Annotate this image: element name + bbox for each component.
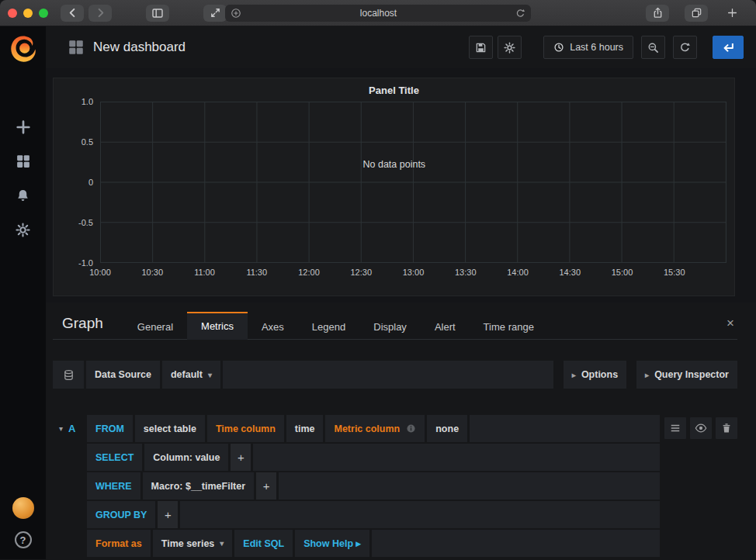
dashboard-area: Panel Title 1.0 0.5 0 -0.5 -1.0 No data …	[46, 68, 756, 302]
url-text: localhost	[241, 8, 515, 19]
edit-sql-button[interactable]: Edit SQL	[234, 530, 293, 557]
select-column-part[interactable]: Column: value	[144, 444, 228, 471]
metric-column-label[interactable]: Metric column	[325, 415, 425, 442]
add-where-part-button[interactable]: +	[256, 472, 276, 500]
show-help-button[interactable]: Show Help ▸	[295, 530, 369, 557]
tab-alert[interactable]: Alert	[421, 313, 470, 340]
x-axis-labels: 10:00 10:30 11:00 11:30 12:00 12:30 13:0…	[100, 263, 727, 282]
dashboard-navbar: New dashboard Last 6 hours	[46, 26, 756, 68]
collapse-caret-icon[interactable]: ▾	[59, 424, 63, 433]
plus-icon: +	[165, 508, 172, 521]
new-tab-button[interactable]	[720, 5, 744, 22]
x-tick-label: 15:00	[612, 268, 633, 277]
sidebar-toggle-button[interactable]	[146, 5, 169, 22]
forward-button[interactable]	[88, 5, 112, 22]
where-macro-part[interactable]: Macro: $__timeFilter	[143, 472, 255, 500]
bell-icon	[16, 188, 30, 203]
reload-icon	[515, 9, 525, 19]
tab-display[interactable]: Display	[359, 313, 421, 340]
time-range-picker[interactable]: Last 6 hours	[543, 36, 633, 59]
browser-toolbar: localhost	[0, 0, 756, 26]
close-editor-button[interactable]: ×	[727, 316, 734, 330]
from-label: FROM	[87, 415, 133, 442]
address-bar[interactable]: localhost	[225, 5, 531, 22]
query-inspector-button[interactable]: ▸ Query Inspector	[636, 361, 737, 389]
sidebar-item-configuration[interactable]	[0, 213, 46, 247]
share-button[interactable]	[646, 5, 669, 22]
format-value: Time series	[161, 538, 215, 549]
minimize-window-button[interactable]	[23, 9, 33, 18]
navbar-actions: Last 6 hours	[469, 36, 744, 59]
avatar[interactable]	[12, 497, 34, 519]
x-tick-label: 15:30	[664, 268, 685, 277]
sidebar-item-create[interactable]	[0, 110, 46, 144]
return-arrow-icon	[721, 40, 735, 54]
row-filler	[279, 472, 660, 500]
datasource-value: default	[171, 369, 203, 380]
format-select[interactable]: Time series ▾	[153, 530, 233, 557]
add-select-part-button[interactable]: +	[231, 444, 251, 471]
toggle-query-visibility-button[interactable]	[690, 417, 712, 439]
tab-legend[interactable]: Legend	[298, 313, 359, 340]
x-tick-label: 13:30	[455, 268, 477, 277]
graph-panel: Panel Title 1.0 0.5 0 -0.5 -1.0 No data …	[53, 78, 735, 296]
options-toggle-button[interactable]: ▸ Options	[564, 361, 626, 389]
dashboard-settings-button[interactable]	[498, 36, 522, 59]
query-menu-button[interactable]	[664, 417, 686, 439]
add-group-by-button[interactable]: +	[158, 501, 178, 528]
reload-button[interactable]	[515, 9, 525, 19]
sidebar-item-alerting[interactable]	[0, 178, 46, 213]
zoom-out-button[interactable]	[641, 36, 665, 59]
x-tick-label: 13:00	[403, 268, 425, 277]
query-row-select: SELECT Column: value +	[87, 444, 660, 471]
datasource-select[interactable]: default ▾	[162, 361, 220, 389]
refresh-button[interactable]	[673, 36, 697, 59]
tab-general[interactable]: General	[123, 313, 187, 340]
time-column-label[interactable]: Time column	[207, 415, 284, 442]
close-window-button[interactable]	[8, 9, 17, 18]
back-to-dashboard-button[interactable]	[713, 36, 744, 59]
metric-column-value[interactable]: none	[427, 415, 467, 442]
dashboard-grid-icon[interactable]	[68, 40, 84, 55]
time-column-value[interactable]: time	[286, 415, 324, 442]
delete-query-button[interactable]	[716, 417, 737, 439]
grafana-logo[interactable]	[7, 33, 40, 65]
zoom-window-button[interactable]	[39, 9, 48, 18]
plot-area[interactable]: No data points	[100, 102, 727, 263]
fullscreen-button[interactable]	[203, 5, 227, 22]
sidebar-icon	[151, 7, 164, 19]
options-label: Options	[581, 369, 618, 380]
datasource-icon-box	[53, 361, 84, 389]
page-title[interactable]: New dashboard	[93, 40, 186, 55]
query-inspector-label: Query Inspector	[654, 369, 729, 380]
refresh-icon	[679, 42, 691, 54]
editor-tabs-bar: Graph General Metrics Axes Legend Displa…	[53, 302, 737, 340]
sidebar-item-dashboards[interactable]	[0, 144, 46, 178]
table-select[interactable]: select table	[135, 415, 205, 442]
fullscreen-icon	[210, 7, 221, 19]
panel-header: Panel Title	[61, 78, 727, 102]
query-ref-letter[interactable]: A	[68, 423, 75, 434]
save-dashboard-button[interactable]	[469, 36, 493, 59]
tab-metrics[interactable]: Metrics	[187, 312, 248, 340]
datasource-row: Data Source default ▾ ▸ Options ▸ Query …	[53, 361, 737, 389]
y-tick-label: 1.0	[81, 97, 93, 106]
x-tick-label: 12:30	[350, 268, 372, 277]
tab-overview-button[interactable]	[685, 5, 708, 22]
plus-icon: +	[238, 451, 244, 464]
chart: 1.0 0.5 0 -0.5 -1.0 No data points 10:00…	[61, 102, 727, 282]
back-button[interactable]	[61, 5, 84, 22]
plus-icon: +	[263, 479, 270, 493]
chevron-down-icon: ▾	[208, 371, 212, 379]
plus-icon	[727, 8, 737, 18]
tab-axes[interactable]: Axes	[248, 313, 298, 340]
x-tick-label: 11:30	[246, 268, 267, 277]
gear-icon	[16, 223, 30, 237]
panel-title[interactable]: Panel Title	[369, 85, 419, 96]
chevron-right-icon: ▸	[572, 371, 576, 379]
row-filler	[470, 415, 660, 442]
tab-time-range[interactable]: Time range	[470, 313, 548, 340]
grafana-main: New dashboard Last 6 hours	[46, 26, 756, 559]
x-tick-label: 14:00	[507, 268, 529, 277]
help-button[interactable]: ?	[15, 531, 32, 548]
